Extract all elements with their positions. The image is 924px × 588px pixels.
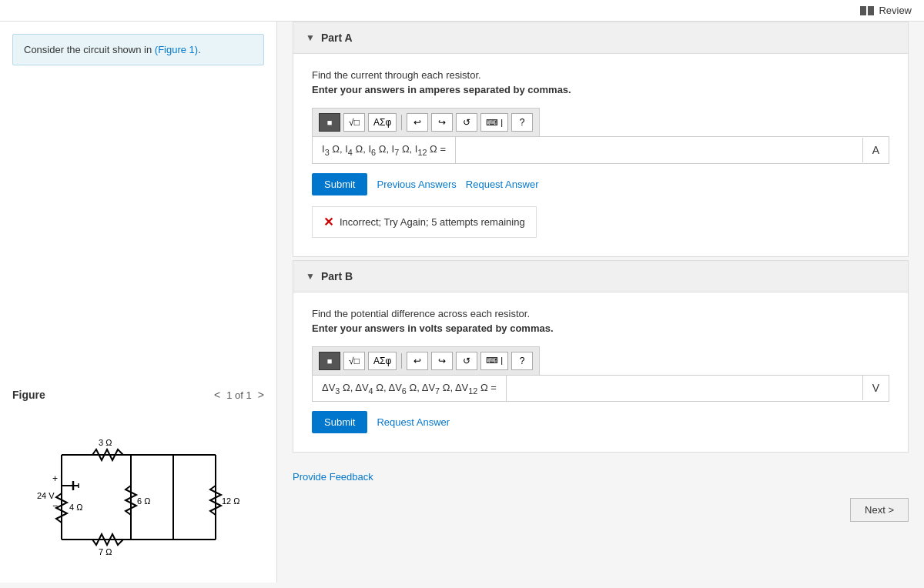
part-a-instruction2: Enter your answers in amperes separated … [312,84,889,95]
review-button[interactable]: Review [860,5,912,16]
part-b-title: Part B [321,270,353,282]
part-a-math-toolbar: ■ √□ ΑΣφ ↩ ↪ ↺ ⌨ | ? [312,108,540,136]
part-b-math-toolbar: ■ √□ ΑΣφ ↩ ↪ ↺ ⌨ | ? [312,346,540,375]
part-b-answer-input[interactable] [507,376,862,400]
toolbar-reset-btn[interactable]: ↺ [456,113,477,132]
part-a-action-row: Submit Previous Answers Request Answer [312,173,889,195]
toolbar-redo-btn[interactable]: ↪ [431,113,453,132]
toolbar-sep1 [401,115,402,130]
part-a-title: Part A [321,32,353,44]
toolbar-greek-btn[interactable]: ΑΣφ [368,113,397,132]
part-a-instruction1: Find the current through each resistor. [312,69,889,81]
figure-link[interactable]: (Figure 1) [155,44,198,55]
toolbar-help-btn[interactable]: ? [511,113,533,132]
figure-title: Figure [12,389,45,401]
part-a-section: ▼ Part A Find the current through each r… [293,22,909,257]
left-panel: Consider the circuit shown in (Figure 1)… [0,22,277,583]
provide-feedback-link[interactable]: Provide Feedback [293,471,373,483]
pearson-footer: P Pearson [0,583,924,588]
part-b-section: ▼ Part B Find the potential difference a… [293,260,909,453]
toolbar-matrix-btn[interactable]: ■ [319,113,340,132]
figure-nav: < 1 of 1 > [214,389,264,401]
main-layout: Consider the circuit shown in (Figure 1)… [0,22,924,583]
part-a-input-label: I3 Ω, I4 Ω, I6 Ω, I7 Ω, I12 Ω = [313,137,456,163]
figure-section: Figure < 1 of 1 > [12,373,264,570]
part-a-prev-answers-link[interactable]: Previous Answers [377,179,456,190]
figure-prev-button[interactable]: < [214,389,220,401]
toolbar-b-reset-btn[interactable]: ↺ [456,352,477,370]
circuit-svg: + − 24 V 3 Ω 4 Ω [31,424,246,563]
toolbar-b-help-btn[interactable]: ? [511,352,533,370]
problem-statement: Consider the circuit shown in (Figure 1)… [12,34,264,65]
part-b-header[interactable]: ▼ Part B [293,261,908,292]
part-b-arrow: ▼ [306,271,315,282]
figure-nav-label: 1 of 1 [226,389,252,401]
part-b-unit: V [862,376,889,400]
toolbar-b-sqrt-btn[interactable]: √□ [343,352,365,370]
part-b-submit-button[interactable]: Submit [312,411,367,433]
part-a-arrow: ▼ [306,32,315,43]
svg-text:4 Ω: 4 Ω [69,503,82,512]
next-btn-wrapper: Next > [293,498,909,522]
part-a-input-row: I3 Ω, I4 Ω, I6 Ω, I7 Ω, I12 Ω = A [312,136,889,164]
part-a-unit: A [862,138,889,162]
svg-text:7 Ω: 7 Ω [99,547,112,556]
review-icon [860,6,874,15]
next-button[interactable]: Next > [850,498,909,522]
toolbar-b-greek-btn[interactable]: ΑΣφ [368,352,397,370]
svg-text:6 Ω: 6 Ω [137,496,150,506]
toolbar-b-keyboard-btn[interactable]: ⌨ | [480,352,508,370]
part-b-instruction2: Enter your answers in volts separated by… [312,322,889,334]
svg-text:−: − [52,500,58,511]
svg-text:12 Ω: 12 Ω [222,496,240,506]
figure-next-button[interactable]: > [258,389,264,401]
error-icon: ✕ [323,215,333,229]
part-a-submit-button[interactable]: Submit [312,173,367,195]
part-a-error-box: ✕ Incorrect; Try Again; 5 attempts remai… [312,206,537,238]
part-a-request-answer-link[interactable]: Request Answer [466,179,539,190]
svg-text:3 Ω: 3 Ω [99,438,112,447]
svg-text:24 V: 24 V [37,491,55,500]
circuit-diagram: + − 24 V 3 Ω 4 Ω [12,416,264,570]
part-b-instruction1: Find the potential difference across eac… [312,308,889,319]
problem-text: Consider the circuit shown in [24,44,155,55]
svg-text:+: + [52,473,58,484]
part-b-action-row: Submit Request Answer [312,411,889,433]
toolbar-b-redo-btn[interactable]: ↪ [431,352,453,370]
part-a-answer-input[interactable] [456,138,862,162]
toolbar-sqrt-btn[interactable]: √□ [343,113,365,132]
part-b-request-answer-link[interactable]: Request Answer [377,416,450,428]
error-text: Incorrect; Try Again; 5 attempts remaini… [340,216,525,228]
toolbar-keyboard-btn[interactable]: ⌨ | [480,113,508,132]
top-bar: Review [0,0,924,22]
toolbar-b-matrix-btn[interactable]: ■ [319,352,340,370]
toolbar-b-undo-btn[interactable]: ↩ [407,352,428,370]
part-b-input-row: ΔV3 Ω, ΔV4 Ω, ΔV6 Ω, ΔV7 Ω, ΔV12 Ω = V [312,375,889,403]
part-b-content: Find the potential difference across eac… [293,292,908,453]
part-a-header[interactable]: ▼ Part A [293,22,908,54]
figure-header: Figure < 1 of 1 > [12,389,264,401]
part-b-input-label: ΔV3 Ω, ΔV4 Ω, ΔV6 Ω, ΔV7 Ω, ΔV12 Ω = [313,376,507,402]
toolbar-undo-btn[interactable]: ↩ [407,113,428,132]
review-label: Review [879,5,912,16]
toolbar-b-sep1 [401,353,402,369]
right-panel: ▼ Part A Find the current through each r… [277,22,924,583]
part-a-content: Find the current through each resistor. … [293,54,908,256]
